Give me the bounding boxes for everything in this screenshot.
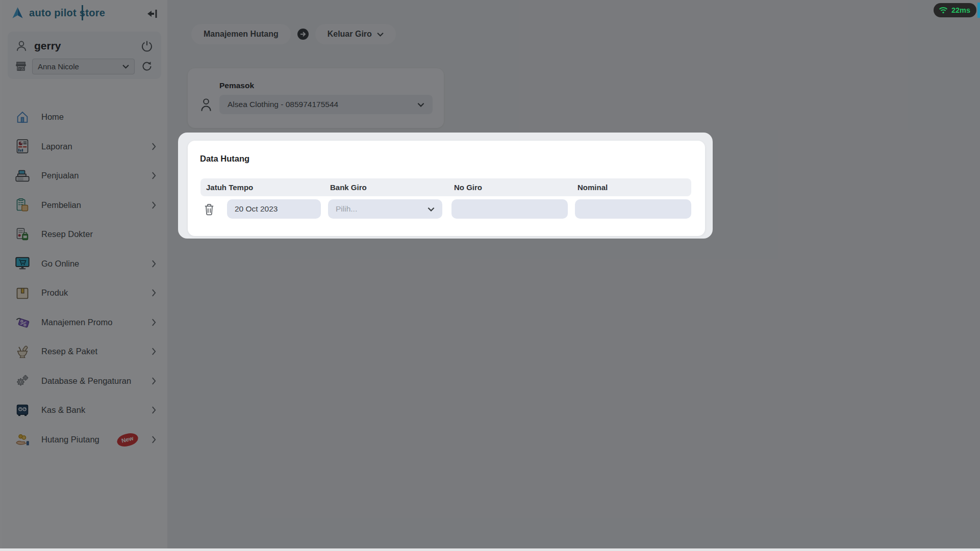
data-hutang-title: Data Hutang [200,154,249,164]
wifi-icon [939,7,948,14]
column-header-no-giro: No Giro [448,183,572,192]
no-giro-input[interactable] [451,199,568,219]
data-hutang-card: Data Hutang Jatuh Tempo Bank Giro No Gir… [188,141,705,236]
tour-dim-overlay [0,0,980,551]
bank-giro-select[interactable]: Pilih... [328,199,442,219]
column-header-nominal: Nominal [572,183,691,192]
column-header-bank-giro: Bank Giro [324,183,448,192]
bank-giro-placeholder: Pilih... [336,204,428,214]
screen-bottom-edge [0,548,980,551]
latency-badge: 22ms [934,3,976,17]
column-header-jatuh-tempo: Jatuh Tempo [200,183,324,192]
delete-row-trash-icon[interactable] [204,203,216,216]
nominal-input[interactable] [575,199,691,219]
table-row: Pilih... [200,199,691,219]
data-hutang-table-header: Jatuh Tempo Bank Giro No Giro Nominal [200,178,691,196]
screen-right-edge [977,3,980,18]
chevron-down-icon [428,207,435,212]
jatuh-tempo-date-input[interactable] [227,199,321,219]
tour-highlight-stage: Data Hutang Jatuh Tempo Bank Giro No Gir… [178,133,713,239]
latency-value: 22ms [951,6,970,14]
